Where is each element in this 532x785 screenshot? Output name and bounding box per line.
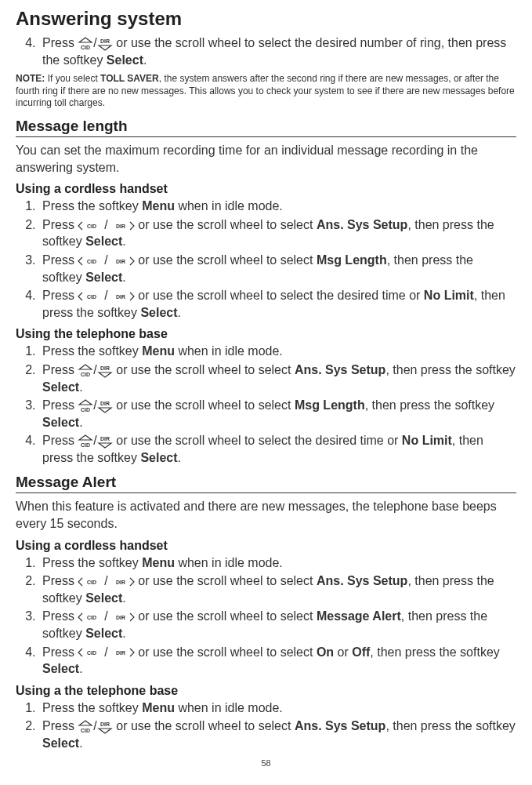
- list-item: Press / or use the scroll wheel to selec…: [39, 644, 516, 678]
- dir-down-icon: [97, 364, 113, 378]
- list-item: Press / or use the scroll wheel to selec…: [39, 397, 516, 431]
- list-item: Press the softkey Menu when in idle mode…: [39, 554, 516, 572]
- section1-intro: You can set the maximum recording time f…: [16, 142, 516, 176]
- section2-intro: When this feature is activated and there…: [16, 498, 516, 532]
- dir-down-icon: [97, 434, 113, 449]
- cid-left-icon: [78, 647, 104, 658]
- dir-right-icon: [108, 220, 135, 231]
- list-item: Press / or use the scroll wheel to selec…: [39, 718, 516, 751]
- note-toll-saver: NOTE: If you select TOLL SAVER, the syst…: [16, 73, 516, 110]
- list-item: Press / or use the scroll wheel to selec…: [39, 608, 516, 641]
- subheading-cordless-handset-1: Using a cordless handset: [16, 182, 516, 196]
- list-item: Press the softkey Menu when in idle mode…: [39, 700, 516, 717]
- cid-up-icon: [78, 720, 93, 734]
- list-item: Press the softkey Menu when in idle mode…: [39, 198, 516, 215]
- steps-s1-sub1: Press the softkey Menu when in idle mode…: [16, 198, 516, 321]
- list-item: Press / or use the scroll wheel to selec…: [39, 252, 516, 285]
- steps-s1-sub2: Press the softkey Menu when in idle mode…: [16, 343, 516, 466]
- cid-up-icon: [78, 434, 93, 449]
- list-item: Press / or use the scroll wheel to selec…: [39, 432, 516, 466]
- subheading-telephone-base-1: Using the telephone base: [16, 327, 516, 341]
- steps-s2-sub2: Press the softkey Menu when in idle mode…: [16, 700, 516, 752]
- list-item: Press / or use the scroll wheel to selec…: [39, 572, 516, 606]
- cid-up-icon: [78, 399, 93, 413]
- cid-left-icon: [78, 220, 104, 231]
- dir-down-icon: [97, 720, 113, 734]
- subheading-telephone-base-2: Using a the telephone base: [16, 684, 516, 698]
- dir-right-icon: [108, 612, 135, 623]
- list-item: Press / or use the scroll wheel to selec…: [39, 287, 516, 321]
- section-heading-message-alert: Message Alert: [16, 474, 516, 493]
- cid-left-icon: [78, 576, 104, 587]
- dir-right-icon: [108, 256, 135, 267]
- steps-s2-sub1: Press the softkey Menu when in idle mode…: [16, 554, 516, 678]
- page-number: 58: [16, 758, 516, 768]
- cid-up-icon: [78, 37, 93, 51]
- dir-down-icon: [97, 399, 113, 413]
- intro-step-list: Press / or use the scroll wheel to selec…: [16, 35, 516, 68]
- page-title: Answering system: [16, 8, 516, 30]
- cid-left-icon: [78, 612, 104, 623]
- cid-up-icon: [78, 364, 93, 378]
- step-4: Press / or use the scroll wheel to selec…: [39, 35, 516, 68]
- list-item: Press the softkey Menu when in idle mode…: [39, 343, 516, 360]
- dir-right-icon: [108, 647, 135, 658]
- list-item: Press / or use the scroll wheel to selec…: [39, 216, 516, 250]
- section-heading-message-length: Message length: [16, 118, 516, 137]
- cid-left-icon: [78, 256, 104, 267]
- dir-right-icon: [108, 291, 135, 302]
- list-item: Press / or use the scroll wheel to selec…: [39, 362, 516, 395]
- cid-left-icon: [78, 291, 104, 302]
- dir-right-icon: [108, 576, 135, 587]
- dir-down-icon: [97, 37, 113, 51]
- subheading-cordless-handset-2: Using a cordless handset: [16, 539, 516, 553]
